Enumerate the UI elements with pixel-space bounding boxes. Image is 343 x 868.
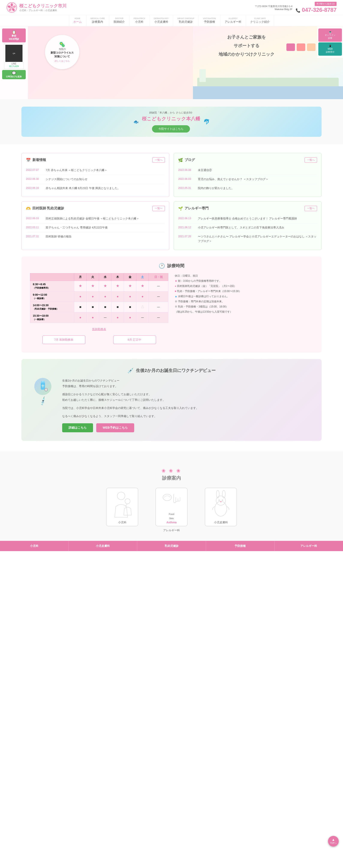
- allergy-card-icon: Food Skin Asthma: [155, 488, 188, 526]
- nav-label-infant: 乳幼児健診: [179, 20, 193, 24]
- schedule-row2-sat: ●: [136, 291, 149, 302]
- diagnosis-card-pediatrics[interactable]: 小児科: [101, 488, 144, 532]
- web-consultation-btn[interactable]: 📋 事前 WEB問診: [2, 29, 26, 42]
- diagnosis-card-allergy[interactable]: Food Skin Asthma アレルギー科: [150, 488, 193, 532]
- schedule-header-tue: 火: [87, 273, 99, 281]
- schedule-row2-thu: ●: [112, 291, 124, 302]
- logo-area: 桜こどもクリニック市川 小児科・アレルギー科・小児皮膚科: [6, 2, 66, 13]
- bottom-nav-pediatrics[interactable]: 小児科: [0, 541, 68, 551]
- blog-items: 2022.06.08 未言通信② 2022.06.03 育児のお悩み、抱えていま…: [178, 166, 317, 192]
- new-clinic-btn[interactable]: 今院サイトはこちら: [152, 125, 190, 132]
- schedule-row2-fri: ●: [124, 291, 136, 302]
- vaccine-p3: 当院では、小児科学会や日本外来小児科学会の研究に基づいて、痛みが少なくなる工夫を…: [62, 405, 313, 411]
- web-reception-btn[interactable]: 📱 WEB診察受付: [318, 42, 342, 56]
- nav-en-medical: MEDICAL CARE: [90, 17, 105, 20]
- nav-item-allergy[interactable]: ALLERGY アレルギー科: [220, 15, 246, 26]
- allergy-date-3: 2021.07.26: [178, 235, 195, 243]
- vaccine-header: 💉 生後2か月のお誕生日にワクチンデビュー: [30, 368, 313, 374]
- bottom-nav-vaccine[interactable]: 予防接種: [206, 541, 275, 551]
- schedule-header-sun: 日・祝: [149, 273, 168, 281]
- schedule-row1-sun: —: [149, 281, 168, 291]
- blog-more-link[interactable]: 一覧へ: [305, 157, 317, 163]
- qr-code: QR: [5, 45, 23, 62]
- news-more-link[interactable]: 一覧へ: [152, 157, 165, 163]
- nav-item-doctor[interactable]: DOCTOR 医師紹介: [109, 15, 129, 26]
- main-nav: HOME ホーム MEDICAL CARE 診療案内 DOCTOR 医師紹介 P…: [0, 15, 343, 26]
- svg-point-15: [46, 389, 47, 390]
- diagnosis-card-derm[interactable]: 小児皮膚科: [199, 488, 242, 532]
- allergy-text-3: 〜ソウさんとハチさん〜 アレルギー学会と小児アレルギーエデュケーターのおはなし …: [198, 235, 317, 243]
- derm-icon: 小児皮膚科: [205, 488, 237, 526]
- news-date-3: 2022.06.16: [26, 186, 43, 191]
- bottom-nav-infant[interactable]: 乳幼児健診: [137, 541, 206, 551]
- news-item-2: 2022.06.30 シナジス開始についてのお知らせ: [26, 175, 165, 184]
- bottom-nav-allergy[interactable]: アレルギー科: [275, 541, 343, 551]
- line-btn[interactable]: 💬 LINE友だち追加: [2, 70, 26, 79]
- blog-icon: 🌿: [178, 158, 183, 162]
- medical-calendar-link[interactable]: 医師勤務表: [30, 327, 168, 331]
- online-consultation-btn[interactable]: 💻 オンライン診療: [318, 29, 342, 42]
- vaccine-bottle-svg: [36, 380, 49, 393]
- june-schedule-btn[interactable]: 6月 訂正中: [113, 336, 156, 344]
- schedule-header-time: [30, 273, 74, 281]
- infant-date-3: 2021.07.31: [26, 235, 43, 239]
- schedule-row2-wed: ●: [99, 291, 112, 302]
- new-clinic-title: 桜こどもクリニック本八幡: [142, 116, 200, 122]
- hero-content: 🦠 当院の 新型コロナウイルス 対策について 詳しくはこちら 🌿: [28, 26, 343, 99]
- clinic-name: 桜こどもクリニック市川: [19, 3, 66, 9]
- schedule-row4-tue: ●: [87, 312, 99, 323]
- address-box: 〒272-0034 千葉県市川市市船2-1-4 Wakokai Bldg.3F: [255, 5, 292, 10]
- schedule-header-wed: 水: [99, 273, 112, 281]
- svg-point-17: [125, 499, 130, 504]
- blog-date-3: 2022.05.31: [178, 186, 195, 191]
- vaccine-detail-btn[interactable]: 詳細はこちら: [62, 423, 93, 432]
- nav-item-clinic[interactable]: CLINIC INFO クリニック紹介: [246, 15, 274, 26]
- allergy-items: 2022.06.13 アレルギー疾患療養指導士 合格おめでとうございます！ アレ…: [178, 214, 317, 245]
- infant-text-1: 田村正雄医師による乳幼児健診 金曜日午後 ＜桜こどもクリニック本八幡＞: [46, 216, 139, 221]
- schedule-row3-tue: ■: [87, 302, 99, 312]
- nav-item-derm[interactable]: DERMATOLOGY 小児皮膚科: [149, 15, 173, 26]
- covid-badge-link[interactable]: 詳しくはこちら: [55, 60, 70, 63]
- schedule-header-fri: 金: [124, 273, 136, 281]
- news-text-2: シナジス開始についてのお知らせ: [46, 177, 87, 182]
- svg-rect-10: [42, 381, 44, 382]
- schedule-row1-tue: ★: [87, 281, 99, 291]
- news-items: 2022.07.07 7月 赤ちゃん外来 ＜桜こどもクリニック本八幡＞ 2022…: [26, 166, 165, 192]
- vaccine-web-btn[interactable]: WEB予約はこちら: [96, 423, 134, 432]
- qr-code-area: QR LINE 友だち追加: [4, 43, 24, 69]
- blog-date-2: 2022.06.03: [178, 177, 195, 182]
- nav-item-pediatrics[interactable]: PEDIATRICS 小児科: [129, 15, 149, 26]
- bottom-nav-derm[interactable]: 小児皮膚科: [68, 541, 137, 551]
- allergy-more-link[interactable]: 一覧へ: [305, 206, 317, 211]
- schedule-note-wed: ▲ 水曜日午後は一般診療は行っておりません。: [175, 294, 313, 299]
- nav-en-clinic: CLINIC INFO: [254, 17, 266, 20]
- infant-more-link[interactable]: 一覧へ: [152, 206, 165, 211]
- vaccine-title: 生後2か月のお誕生日にワクチンデビュー: [136, 368, 216, 373]
- main-content: 📅 新着情報 一覧へ 2022.07.07 7月 赤ちゃん外来 ＜桜こどもクリニ…: [0, 144, 343, 452]
- address-line: 〒272-0034 千葉県市川市市船2-1-4: [255, 5, 292, 8]
- infant-card-header: 🫶 田村医師 乳幼児健診 一覧へ: [26, 206, 165, 211]
- covid-badge-main: 新型コロナウイルス 対策について: [51, 51, 74, 58]
- diagnosis-cards: 小児科 Food Skin Asthma アレルギー科: [8, 488, 335, 532]
- online-label: オンライン診療: [319, 34, 341, 40]
- july-schedule-btn[interactable]: 7月 医師勤務表: [42, 336, 85, 344]
- svg-point-24: [222, 499, 223, 501]
- infant-item-2: 2022.03.11 双子ちゃん・三つ子ちゃん 専用健診 4月22日午後: [26, 223, 165, 232]
- line-label: LINE: [5, 63, 23, 65]
- svg-point-1: [11, 3, 13, 6]
- schedule-header-thu: 木: [112, 273, 124, 281]
- schedule-row4-mon: ●: [74, 312, 87, 323]
- new-clinic-banner: 🐟 姉妹院「本八幡」から さらに徒歩3分 桜こどもクリニック本八幡 今院サイトは…: [22, 106, 321, 137]
- schedule-row3-thu: ■: [112, 302, 124, 312]
- schedule-section: 🕐 診療時間 月 火 水 木 金 土 日・祝: [22, 256, 321, 353]
- news-text-1: 7月 赤ちゃん外来 ＜桜こどもクリニック本八幡＞: [46, 168, 107, 173]
- nav-item-medical[interactable]: MEDICAL CARE 診療案内: [86, 15, 109, 26]
- nav-item-infant[interactable]: INFANT CHECKUP 乳幼児健診: [173, 15, 199, 26]
- diagnosis-section: 🌸 🌸 🌸 診療案内 小児科: [0, 458, 343, 541]
- hero-section: 📋 事前 WEB問診 QR LINE 友だち追加 💬 LINE友だち追加 🦠 当…: [0, 26, 343, 99]
- covid-badge[interactable]: 🦠 当院の 新型コロナウイルス 対策について 詳しくはこちら: [45, 35, 79, 69]
- nav-item-vaccine[interactable]: VACCINATION 予防接種: [199, 15, 220, 26]
- nav-item-home[interactable]: HOME ホーム: [69, 15, 86, 26]
- news-date-2: 2022.06.30: [26, 177, 43, 182]
- schedule-row3-sun: —: [149, 302, 168, 312]
